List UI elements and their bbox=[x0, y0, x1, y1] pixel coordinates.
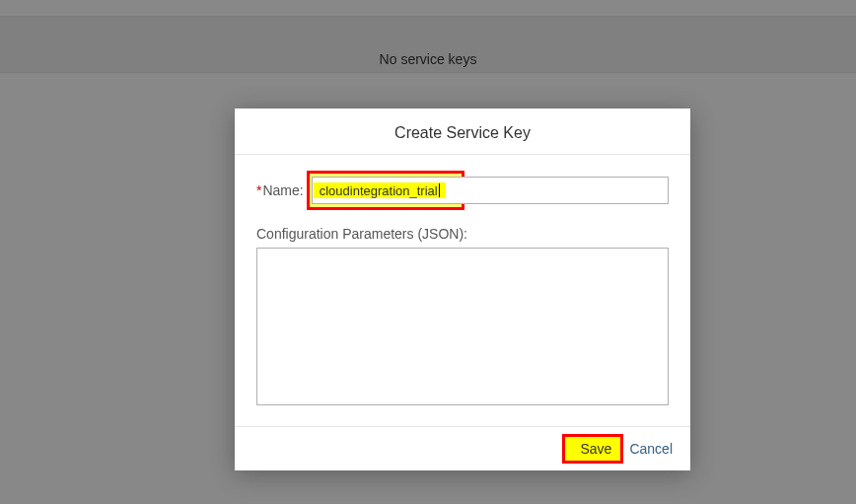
config-textarea[interactable] bbox=[256, 248, 669, 405]
save-button[interactable]: Save bbox=[580, 441, 611, 457]
name-row: *Name: cloudintegration_trial bbox=[256, 177, 669, 204]
dialog-title: Create Service Key bbox=[235, 124, 690, 142]
config-label: Configuration Parameters (JSON): bbox=[256, 226, 669, 242]
save-button-wrapper: Save bbox=[576, 439, 615, 459]
dialog-header: Create Service Key bbox=[235, 108, 690, 155]
create-service-key-dialog: Create Service Key *Name: cloudintegrati… bbox=[235, 108, 690, 470]
name-label: *Name: bbox=[256, 182, 304, 198]
name-input-wrapper: cloudintegration_trial bbox=[312, 177, 669, 204]
required-indicator-icon: * bbox=[256, 182, 261, 198]
name-input[interactable] bbox=[312, 177, 669, 204]
dialog-footer: Save Cancel bbox=[235, 426, 690, 470]
cancel-button[interactable]: Cancel bbox=[629, 441, 673, 457]
dialog-body: *Name: cloudintegration_trial Configurat… bbox=[235, 155, 690, 426]
